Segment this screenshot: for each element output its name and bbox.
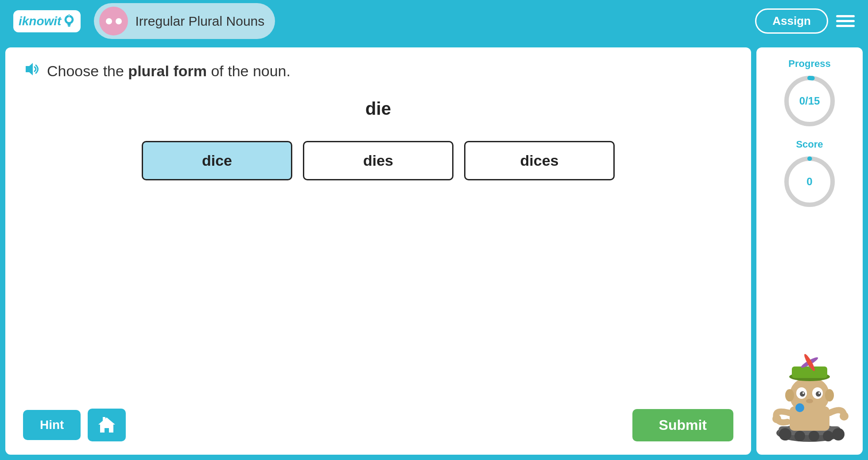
bulb-icon — [63, 14, 75, 29]
content-panel: Choose the plural form of the noun. die … — [5, 47, 751, 455]
svg-point-31 — [802, 392, 804, 394]
svg-point-15 — [779, 428, 791, 441]
svg-rect-8 — [103, 417, 105, 421]
submit-button[interactable]: Submit — [632, 409, 733, 441]
svg-point-29 — [800, 391, 805, 397]
menu-button[interactable] — [836, 15, 855, 27]
svg-point-32 — [818, 392, 820, 394]
menu-bar-1 — [836, 15, 855, 17]
svg-point-17 — [809, 431, 819, 441]
question-bold: plural form — [128, 62, 207, 79]
svg-point-34 — [795, 403, 804, 412]
hint-button[interactable]: Hint — [23, 410, 81, 440]
answer-options: dice dies dices — [23, 141, 733, 180]
header-right: Assign — [755, 8, 855, 34]
svg-point-36 — [825, 389, 834, 402]
score-section: Score 0 — [781, 139, 838, 211]
score-value: 0 — [806, 175, 812, 188]
progress-value: 0/15 — [799, 95, 820, 107]
svg-rect-23 — [792, 366, 827, 378]
progress-label: Progress — [788, 58, 830, 70]
svg-point-18 — [823, 431, 833, 441]
answer-button-dice[interactable]: dice — [142, 141, 292, 180]
dot-2 — [116, 18, 122, 24]
svg-marker-7 — [98, 417, 115, 433]
question-header: Choose the plural form of the noun. — [23, 61, 733, 81]
mascot-area — [763, 338, 856, 444]
svg-point-5 — [67, 17, 72, 22]
svg-point-37 — [772, 414, 781, 423]
svg-point-19 — [832, 428, 845, 441]
home-button[interactable] — [88, 409, 126, 441]
assign-button[interactable]: Assign — [755, 8, 828, 34]
sound-icon[interactable] — [23, 61, 40, 81]
logo-area: iknowit — [13, 10, 81, 32]
lesson-pill: Irregular Plural Nouns — [94, 3, 275, 39]
question-end: of the noun. — [207, 62, 291, 79]
lesson-dots — [106, 18, 122, 24]
logo-text: iknowit — [19, 14, 61, 28]
progress-section: Progress 0/15 — [781, 58, 838, 130]
svg-point-33 — [806, 399, 813, 403]
svg-marker-6 — [26, 63, 33, 75]
main-wrapper: Choose the plural form of the noun. die … — [0, 42, 868, 460]
header: iknowit Irregular Plural Nouns Assign — [0, 0, 868, 42]
svg-rect-1 — [68, 23, 71, 25]
svg-point-38 — [840, 412, 849, 421]
lesson-icon — [99, 7, 128, 35]
menu-bar-3 — [836, 25, 855, 27]
score-label: Score — [796, 139, 823, 150]
right-panel: Progress 0/15 Score 0 — [756, 47, 863, 455]
svg-rect-2 — [68, 25, 71, 27]
svg-point-16 — [794, 431, 805, 441]
mascot-icon — [765, 338, 854, 444]
menu-bar-2 — [836, 20, 855, 22]
home-icon — [97, 415, 117, 435]
bottom-bar: Hint Submit — [23, 409, 733, 441]
answer-button-dices[interactable]: dices — [464, 141, 615, 180]
logo-box: iknowit — [13, 10, 81, 32]
progress-circle: 0/15 — [781, 72, 838, 130]
answer-button-dies[interactable]: dies — [303, 141, 453, 180]
svg-point-35 — [785, 389, 794, 402]
score-circle: 0 — [781, 153, 838, 211]
svg-point-30 — [816, 391, 821, 397]
question-text: Choose the plural form of the noun. — [47, 62, 291, 80]
noun-word: die — [23, 99, 733, 119]
lesson-title: Irregular Plural Nouns — [135, 14, 264, 29]
dot-1 — [106, 18, 112, 24]
